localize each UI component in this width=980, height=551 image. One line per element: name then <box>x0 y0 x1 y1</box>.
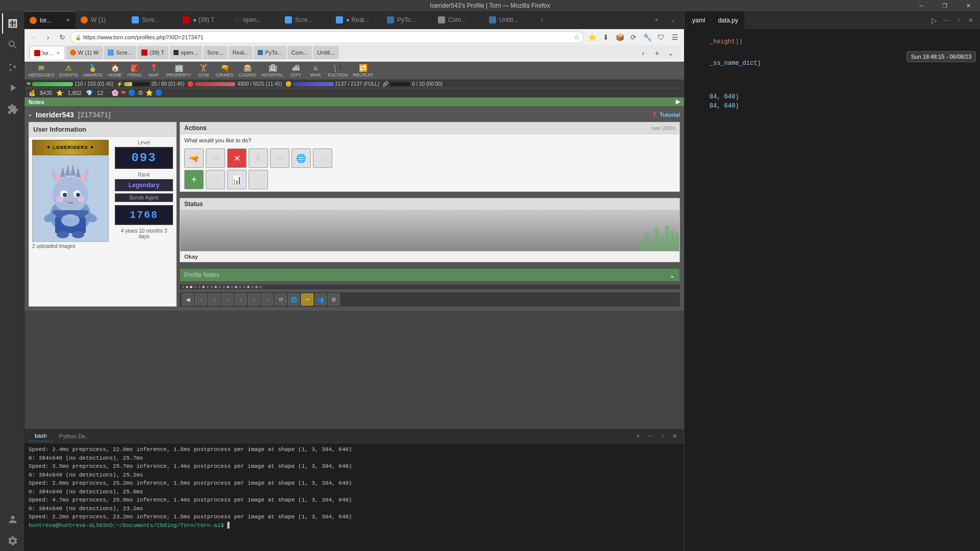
sync-button[interactable]: ⟳ <box>627 31 640 43</box>
activity-extensions[interactable] <box>2 99 22 119</box>
action-more-button[interactable]: ⋯ <box>249 170 268 189</box>
torn-nav-home[interactable]: 🏠 HOME <box>106 63 124 79</box>
toolbar-btn-9[interactable]: 🌐 <box>288 293 300 306</box>
notes-arrow-icon[interactable]: ▶ <box>676 98 680 105</box>
tab-real[interactable]: ● Real... <box>331 11 382 29</box>
torn-notes-bar[interactable]: Notes ▶ <box>24 97 684 107</box>
ff-tab-3[interactable]: (39) T <box>137 46 168 59</box>
new-tab-button[interactable]: + <box>649 16 664 23</box>
activity-settings[interactable] <box>2 531 22 551</box>
torn-nav-events[interactable]: ⚠ EVENTS <box>58 63 80 79</box>
menu-button[interactable]: ☰ <box>669 31 681 43</box>
bookmark-icon[interactable]: ☆ <box>574 34 579 41</box>
ff-tab-5[interactable]: Scre... <box>203 46 228 59</box>
action-stats-button[interactable]: 📊 <box>227 170 247 189</box>
panel-more-button[interactable]: ⋯ <box>645 431 655 441</box>
torn-nav-casino[interactable]: 🎰 CASINO <box>237 63 259 79</box>
tab-scre2[interactable]: Scre... <box>280 11 331 29</box>
extension1-button[interactable]: 🔧 <box>641 31 653 43</box>
action-trade-button[interactable]: $ <box>249 148 268 168</box>
terminal-cursor[interactable]: ▋ <box>227 522 231 529</box>
ff-tab-close[interactable]: ✕ <box>56 51 60 56</box>
profile-notes-bar[interactable]: Profile Notes ⌄ <box>180 268 680 282</box>
tutorial-link[interactable]: Tutorial <box>659 112 680 118</box>
tab-close-icon[interactable]: ✕ <box>66 17 70 23</box>
ff-new-tab[interactable]: + <box>651 47 663 59</box>
toolbar-btn-8[interactable]: ⟳ <box>275 293 287 306</box>
torn-nav-city[interactable]: 🏙 CITY <box>287 63 305 79</box>
tab-w1[interactable]: W (1) <box>76 11 127 29</box>
torn-nav-items[interactable]: 🎒 ITEMS <box>125 63 143 79</box>
action-give-button[interactable]: ↩ <box>270 148 289 168</box>
action-report-button[interactable]: ⚠ <box>313 148 332 168</box>
tab-pyto[interactable]: PyTo... <box>382 11 433 29</box>
terminal-prompt-line[interactable]: huntrese@huntrese-GL503VD:~/Documents/CO… <box>29 521 680 530</box>
download-button[interactable]: ⬇ <box>600 31 612 43</box>
ff-tab-9[interactable]: Untitl... <box>313 46 338 59</box>
ff-tab-active[interactable]: lor... ✕ <box>30 46 65 59</box>
torn-nav-map[interactable]: 📍 MAP <box>144 63 163 79</box>
ff-tab-list[interactable]: ⌄ <box>665 47 677 59</box>
refresh-button[interactable]: ↻ <box>56 31 68 43</box>
forward-button[interactable]: › <box>42 31 54 43</box>
toolbar-btn-6[interactable]: ◦ <box>248 293 260 306</box>
torn-nav-messages[interactable]: ✉ MESSAGES <box>27 63 57 79</box>
right-editor-maximize[interactable]: ↑ <box>953 15 964 26</box>
bookmark-list-button[interactable]: ⭐ <box>586 31 598 43</box>
panel-maximize-button[interactable]: ↑ <box>657 431 668 441</box>
toolbar-btn-3[interactable]: ◦ <box>208 293 220 306</box>
activity-search[interactable] <box>2 35 22 55</box>
profile-notes-arrow-icon[interactable]: ⌄ <box>669 271 675 279</box>
toolbar-btn-7[interactable]: ◦ <box>261 293 274 306</box>
panel-tab-python[interactable]: Python De... <box>53 431 96 441</box>
ff-tab-more[interactable]: › <box>637 47 649 59</box>
right-editor-run[interactable]: ▷ <box>929 15 939 26</box>
ff-tab-1[interactable]: W (1) W <box>66 46 103 59</box>
close-button[interactable]: ✕ <box>957 0 980 11</box>
right-editor-close[interactable]: ✕ <box>966 15 976 26</box>
action-attack-button[interactable]: 🔫 <box>184 148 204 168</box>
action-territory-button[interactable]: 🌐 <box>291 148 311 168</box>
address-bar[interactable]: 🔒 https://www.torn.com/profiles.php?XID=… <box>70 31 584 43</box>
tab-more-button[interactable]: › <box>535 11 549 29</box>
right-tab-data-py[interactable]: data.py <box>712 11 745 29</box>
panel-add-button[interactable]: + <box>633 431 643 441</box>
ff-tab-2[interactable]: Scre... <box>104 46 136 59</box>
restore-button[interactable]: ❐ <box>933 0 957 11</box>
action-message-button[interactable]: ✉ <box>206 148 225 168</box>
panel-close-button[interactable]: ✕ <box>670 431 680 441</box>
torn-nav-crimes[interactable]: 🔫 CRIMES <box>214 63 236 79</box>
toolbar-btn-people[interactable]: 👥 <box>314 293 327 306</box>
tab-untitl[interactable]: Untitl... <box>484 11 535 29</box>
terminal-content[interactable]: Speed: 2.4ms preprocess, 22.8ms inferenc… <box>24 443 684 551</box>
activity-run[interactable] <box>2 78 22 98</box>
action-add-button[interactable]: + <box>184 170 204 189</box>
torn-nav-war[interactable]: ⚔ WAR <box>306 63 325 79</box>
action-bounty-button[interactable]: ✕ <box>227 148 247 168</box>
ff-tab-6[interactable]: Real... <box>229 46 253 59</box>
toolbar-btn-2[interactable]: ◦ <box>195 293 207 306</box>
activity-source-control[interactable] <box>2 56 22 77</box>
torn-nav-awards[interactable]: 🏅 AWARDS <box>81 63 105 79</box>
tab-com[interactable]: Com... <box>433 11 484 29</box>
right-tab-yaml[interactable]: .yaml <box>684 11 712 29</box>
toolbar-btn-edit[interactable]: ✏ <box>301 293 313 306</box>
ff-tab-8[interactable]: Com... <box>287 46 312 59</box>
ff-tab-4[interactable]: open... <box>169 46 202 59</box>
activity-explorer[interactable] <box>2 13 22 34</box>
action-remove-button[interactable]: − <box>206 170 225 189</box>
torn-nav-hospital[interactable]: 🏥 HOSPITAL <box>259 63 286 79</box>
torn-nav-faction[interactable]: 🏴 FACTION <box>326 63 350 79</box>
torn-nav-gym[interactable]: 🏋 GYM <box>194 63 213 79</box>
ff-tab-7[interactable]: PyTo... <box>254 46 286 59</box>
activity-account[interactable] <box>2 509 22 530</box>
container-button[interactable]: 📦 <box>614 31 626 43</box>
toolbar-btn-5[interactable]: ◦ <box>235 293 247 306</box>
tab-scre[interactable]: Scre... <box>127 11 178 29</box>
toolbar-btn-settings[interactable]: ⚙ <box>328 293 340 306</box>
back-button[interactable]: ‹ <box>28 31 40 43</box>
torn-nav-recruit[interactable]: 🔁 RECRUIT <box>351 63 375 79</box>
toolbar-btn-1[interactable]: ◀ <box>182 293 194 306</box>
panel-tab-bash[interactable]: bash <box>29 431 53 441</box>
tab-list-button[interactable]: ⌄ <box>666 16 680 23</box>
